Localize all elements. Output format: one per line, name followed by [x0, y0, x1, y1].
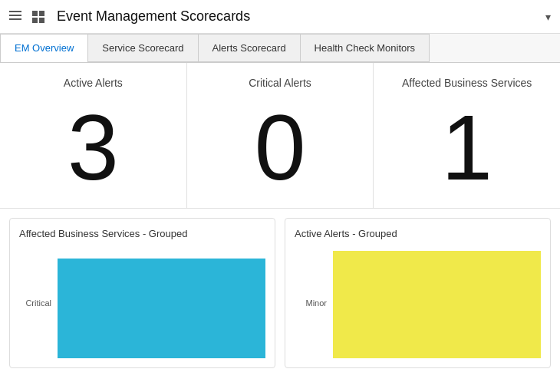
chart-2-bar-yellow: [333, 251, 541, 358]
top-bar-icons: [9, 11, 44, 23]
critical-alerts-value: 0: [255, 101, 306, 193]
tab-em-overview[interactable]: EM Overview: [0, 34, 88, 62]
chart-2-area: Minor: [295, 247, 541, 358]
chart-1-bar-cyan: [58, 259, 265, 358]
chart-2-y-label: Minor: [295, 298, 327, 308]
charts-row: Affected Business Services - Grouped Cri…: [0, 209, 560, 377]
active-alerts-value: 3: [68, 101, 119, 193]
chart-1-y-label: Critical: [19, 298, 51, 308]
chart-1-y-labels: Critical: [19, 247, 58, 358]
top-bar: Event Management Scorecards ▾: [0, 0, 560, 34]
page-title: Event Management Scorecards: [57, 8, 541, 25]
tab-alerts-scorecard[interactable]: Alerts Scorecard: [199, 34, 301, 62]
scorecard-critical-alerts: Critical Alerts 0: [187, 63, 374, 208]
chart-2-y-labels: Minor: [295, 247, 333, 358]
affected-services-value: 1: [441, 101, 492, 193]
chart-2-title: Active Alerts - Grouped: [295, 228, 541, 239]
chart-1-area: Critical: [19, 247, 265, 358]
chart-active-alerts-grouped: Active Alerts - Grouped Minor: [285, 218, 551, 368]
critical-alerts-label: Critical Alerts: [249, 77, 311, 89]
chart-1-title: Affected Business Services - Grouped: [19, 228, 265, 239]
chart-2-bars: [333, 247, 541, 358]
chart-1-bars: [58, 247, 265, 358]
scorecard-affected-services: Affected Business Services 1: [374, 63, 560, 208]
tab-bar: EM Overview Service Scorecard Alerts Sco…: [0, 34, 560, 63]
grid-icon[interactable]: [32, 11, 44, 23]
scorecard-active-alerts: Active Alerts 3: [0, 63, 187, 208]
title-dropdown-arrow[interactable]: ▾: [545, 11, 551, 23]
active-alerts-label: Active Alerts: [64, 77, 123, 89]
tab-service-scorecard[interactable]: Service Scorecard: [88, 34, 198, 62]
tab-health-check-monitors[interactable]: Health Check Monitors: [301, 34, 430, 62]
hamburger-icon[interactable]: [9, 11, 21, 23]
scorecard-row: Active Alerts 3 Critical Alerts 0 Affect…: [0, 63, 560, 209]
chart-affected-business-services: Affected Business Services - Grouped Cri…: [9, 218, 275, 368]
affected-services-label: Affected Business Services: [402, 77, 532, 89]
